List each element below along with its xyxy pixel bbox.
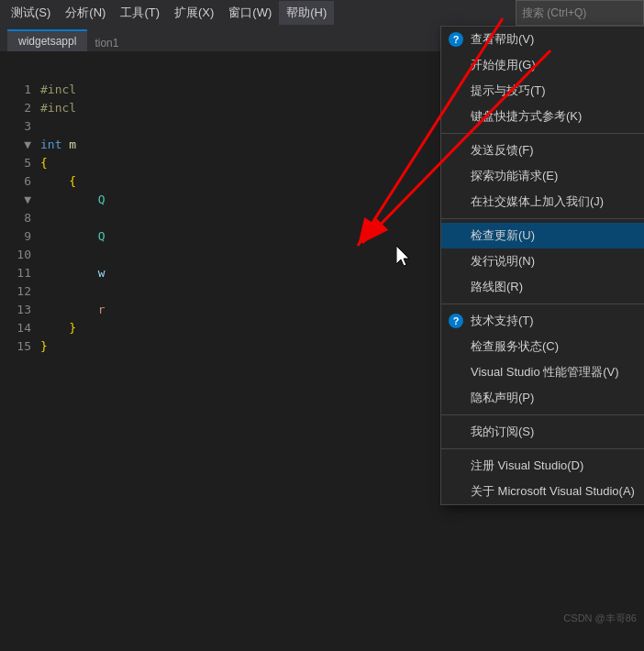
menu-item-get-started-label: 开始使用(G) [471, 57, 536, 73]
menu-item-check-updates[interactable]: 检查更新(U) [441, 223, 644, 248]
help-icon: ? [449, 32, 463, 47]
menu-item-about[interactable]: 关于 Microsoft Visual Studio(A) [441, 479, 644, 504]
menu-item-send-feedback-label: 发送反馈(F) [471, 142, 534, 159]
menu-item-keyboard-ref[interactable]: 键盘快捷方式参考(K) [441, 104, 644, 129]
menu-item-release-notes-label: 发行说明(N) [471, 253, 535, 270]
separator-3 [441, 303, 644, 304]
line-numbers: 1 2 3 ▼ 5 6 ▼ 8 9 10 11 12 13 14 15 [0, 77, 37, 627]
menu-item-check-service[interactable]: 检查服务状态(C) [441, 334, 644, 359]
menu-item-privacy[interactable]: 隐私声明(P) ▶ [441, 385, 644, 411]
menu-item-view-help[interactable]: ? 查看帮助(V) Ctrl+F1 [441, 27, 644, 52]
menu-item-keyboard-ref-label: 键盘快捷方式参考(K) [471, 108, 582, 125]
menu-item-tips[interactable]: 提示与技巧(T) [441, 78, 644, 104]
editor-tab[interactable]: widgetsappl [7, 29, 87, 51]
separator-1 [441, 133, 644, 134]
tab2-label: tion1 [87, 37, 126, 51]
menu-analyze[interactable]: 分析(N) [58, 1, 113, 25]
menu-item-about-label: 关于 Microsoft Visual Studio(A) [471, 483, 635, 500]
menu-item-tech-support-label: 技术支持(T) [471, 313, 534, 329]
watermark: CSDN @丰哥86 [563, 612, 637, 625]
menu-item-roadmap-label: 路线图(R) [471, 279, 523, 295]
menu-item-tech-support[interactable]: ? 技术支持(T) [441, 308, 644, 334]
menu-help[interactable]: 帮助(H) [279, 1, 334, 25]
help-menu-dropdown: ? 查看帮助(V) Ctrl+F1 开始使用(G) 提示与技巧(T) 键盘快捷方… [440, 26, 644, 505]
menu-item-get-started[interactable]: 开始使用(G) [441, 52, 644, 78]
menu-window[interactable]: 窗口(W) [221, 1, 279, 25]
menu-item-perf-manager-label: Visual Studio 性能管理器(V) [471, 364, 619, 381]
separator-2 [441, 218, 644, 219]
menu-item-feature-request[interactable]: 探索功能请求(E) [441, 163, 644, 189]
menu-extend[interactable]: 扩展(X) [167, 1, 221, 25]
tab-label: widgetsappl [18, 35, 76, 48]
menubar: 测试(S) 分析(N) 工具(T) 扩展(X) 窗口(W) 帮助(H) 搜索 (… [0, 0, 644, 26]
search-placeholder: 搜索 (Ctrl+Q) [522, 6, 586, 21]
menu-item-my-subscription-label: 我的订阅(S) [471, 424, 534, 440]
menu-item-register-label: 注册 Visual Studio(D) [471, 458, 583, 474]
menu-test[interactable]: 测试(S) [4, 1, 58, 25]
menu-item-feature-request-label: 探索功能请求(E) [471, 168, 558, 184]
menu-item-roadmap[interactable]: 路线图(R) [441, 274, 644, 300]
menu-item-tips-label: 提示与技巧(T) [471, 83, 546, 99]
menu-tools[interactable]: 工具(T) [113, 1, 167, 25]
menu-item-social-label: 在社交媒体上加入我们(J) [471, 193, 604, 210]
menu-item-social[interactable]: 在社交媒体上加入我们(J) ▶ [441, 189, 644, 215]
menu-item-release-notes[interactable]: 发行说明(N) [441, 248, 644, 274]
menu-item-privacy-label: 隐私声明(P) [471, 390, 534, 406]
menu-item-register[interactable]: 注册 Visual Studio(D) [441, 453, 644, 479]
menu-item-check-updates-label: 检查更新(U) [471, 227, 535, 244]
menu-item-send-feedback[interactable]: 发送反馈(F) ▶ [441, 138, 644, 163]
menu-item-my-subscription[interactable]: 我的订阅(S) ▶ [441, 419, 644, 445]
menu-item-check-service-label: 检查服务状态(C) [471, 338, 559, 355]
separator-4 [441, 414, 644, 415]
search-box[interactable]: 搜索 (Ctrl+Q) [516, 0, 644, 26]
menu-item-view-help-label: 查看帮助(V) [471, 31, 534, 48]
separator-5 [441, 448, 644, 449]
menu-item-perf-manager[interactable]: Visual Studio 性能管理器(V) [441, 359, 644, 385]
tech-support-icon: ? [449, 314, 463, 328]
